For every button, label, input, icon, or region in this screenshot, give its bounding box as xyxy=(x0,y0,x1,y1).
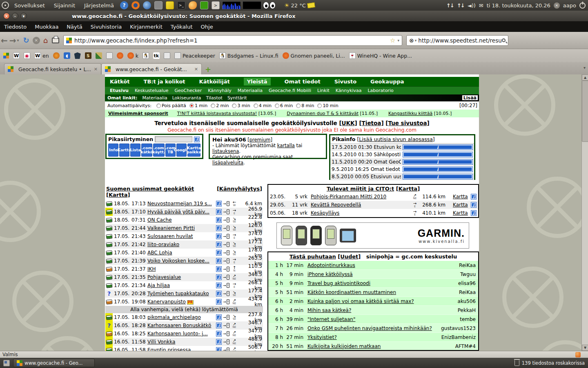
nav-main-sivusto[interactable]: Sivusto xyxy=(334,79,356,85)
forum-topic-link[interactable]: Onko GSM puhelinten navigaattoreista mih… xyxy=(307,325,432,331)
forum-topic-link[interactable]: Adoptointinurkkaus xyxy=(307,263,355,268)
nav-sub-materiaalia[interactable]: Materiaalia xyxy=(238,88,263,93)
quickjump-button-2[interactable]: Lista xyxy=(130,144,140,157)
own-link-tilastot[interactable]: Tilastot xyxy=(206,95,223,101)
menu-sijainnit[interactable]: Sijainnit xyxy=(50,0,79,11)
bookmark-star-icon[interactable]: ☆ xyxy=(390,37,395,44)
nav-main-k-tk-ilij-t[interactable]: Kätköilijät xyxy=(199,79,230,85)
system-monitor-graph2[interactable] xyxy=(243,1,261,9)
home-button[interactable]: ⌂ xyxy=(43,36,48,45)
garmin-ad-banner[interactable]: GARMIN. www.kivenalla.fi xyxy=(276,222,469,249)
bookmark-item-16[interactable]: 🐧Bsdgames – Linux.fi xyxy=(219,52,278,59)
task-label[interactable]: www.geocache.fi - Geo... xyxy=(24,360,82,366)
tue-sivustoa-link[interactable]: [Tue sivustoa] xyxy=(385,120,429,126)
nav-main-k-tk-t[interactable]: Kätköt xyxy=(110,79,130,85)
quickjump-button-1[interactable]: Kartta xyxy=(119,144,129,157)
phone-alert-icon[interactable]: → xyxy=(223,291,229,296)
ubuntu-logo-icon[interactable] xyxy=(2,2,9,9)
tietoa-link[interactable]: [Tietoa] xyxy=(359,120,383,126)
cache-name-link[interactable]: Hyvää päivää yötä päiv... xyxy=(147,209,209,215)
own-link-materiaalia[interactable]: Materiaalia xyxy=(142,95,167,101)
menubar-item-6[interactable]: Ohje xyxy=(197,24,217,30)
kartalla-link[interactable]: kartalla xyxy=(277,143,295,148)
ukk-link[interactable]: [UKK] xyxy=(339,120,357,126)
cache-name-link[interactable]: Aja hiljaa xyxy=(147,283,170,288)
info-icon[interactable]: i xyxy=(216,347,222,351)
nav-sub-geocache-fi-mobiili[interactable]: Geocache.fi Mobiili xyxy=(269,88,311,93)
info-icon[interactable]: i xyxy=(216,299,222,305)
url-text[interactable]: http://www.geocache.fi/index.php?refresh… xyxy=(74,37,197,44)
bookmark-item-12[interactable]: 🐧 xyxy=(143,52,149,59)
meetings-kartta-link[interactable]: [Kartta] xyxy=(396,186,420,192)
autoupdate-radio-4[interactable] xyxy=(254,103,258,108)
nav-sub-k-nnyh-ly[interactable]: Kännyhäly xyxy=(208,88,232,93)
bookmark-item-18[interactable]: 🍷WineHQ - Wine App... xyxy=(349,52,412,59)
window-maximize-button[interactable]: ▾ xyxy=(20,13,27,19)
bookmark-item-1[interactable]: W xyxy=(13,52,20,59)
forum-topic-link[interactable]: iPhone kätköilyssä xyxy=(307,272,353,277)
cache-name-link[interactable]: Työmiehen tupakkatauko xyxy=(147,291,209,296)
phone-alert-icon[interactable]: → xyxy=(223,218,229,222)
phone-alert-icon[interactable]: → xyxy=(223,348,229,351)
phone-alert-icon[interactable]: → xyxy=(223,315,229,320)
page-scrollbar[interactable]: ▲ ▼ xyxy=(581,74,588,351)
forum-uudet-link[interactable]: [Uudet] xyxy=(338,254,361,260)
newest-title-link[interactable]: Suomen uusimmat geokätköt xyxy=(106,186,194,192)
stop-button[interactable]: × xyxy=(33,37,40,44)
quickjump-button-6[interactable]: Google xyxy=(176,144,187,157)
info-icon[interactable]: i xyxy=(471,202,477,208)
network-monitor2-icon[interactable]: ↑↓ xyxy=(457,2,464,9)
cache-name-link[interactable]: Villi Vonkka xyxy=(147,339,175,345)
cache-name-link[interactable]: ON Cache xyxy=(147,217,172,223)
forum-topic-link[interactable]: "Internet suljetaan" xyxy=(307,316,355,322)
phone-alert-icon[interactable]: → xyxy=(223,226,229,231)
cache-name-link[interactable]: Sulosaaren huvilat xyxy=(147,233,193,239)
bookmark-item-2[interactable]: ◉ xyxy=(24,52,30,59)
cache-name-link[interactable]: Voiko Voikosken koskee... xyxy=(147,258,209,264)
bookmark-item-10[interactable] xyxy=(117,52,123,59)
bookmark-item-5[interactable]: ◖ xyxy=(64,52,70,59)
forum-topic-link[interactable]: Kuinka paljon voi omaa kätköä siirtää ma… xyxy=(307,298,414,304)
list-tabs-icon[interactable]: ▾ xyxy=(584,65,586,70)
quickjump-button-3[interactable]: .com kätkö xyxy=(141,144,152,157)
lisaa-button[interactable]: Lisää xyxy=(462,95,478,101)
power-icon[interactable] xyxy=(579,2,586,9)
meeting-name-link[interactable]: Kevättä Repovedellä xyxy=(311,202,361,208)
forum-title-link[interactable]: Tästä puhutaan xyxy=(290,254,336,260)
info-icon[interactable]: i xyxy=(403,159,473,165)
phone-alert-icon[interactable]: → xyxy=(223,209,229,214)
nav-sub-k-nnykivaa[interactable]: Kännykivaa xyxy=(336,88,362,93)
firefox-launcher-icon[interactable] xyxy=(131,1,140,9)
autoupdate-radio-3[interactable] xyxy=(232,103,236,108)
newest-kartta-link[interactable]: [Kartta] xyxy=(106,192,130,198)
phone-alert-icon[interactable]: → xyxy=(223,234,229,239)
cache-name-link[interactable]: Valkeaniemen Pirtti xyxy=(147,225,195,231)
bookmark-item-6[interactable] xyxy=(74,52,81,59)
cache-name-link[interactable]: Neuvostoarmeijan 319 s... xyxy=(147,201,212,206)
own-link-synttärit[interactable]: Synttärit xyxy=(227,95,247,101)
autoupdate-radio-0[interactable] xyxy=(156,103,161,108)
nav-main-omat-tiedot[interactable]: Omat tiedot xyxy=(285,79,321,85)
window-minimize-button[interactable]: – xyxy=(12,13,18,19)
scroll-up-icon[interactable]: ▲ xyxy=(582,74,588,81)
help-icon[interactable]: ? xyxy=(120,1,128,9)
cache-name-link[interactable]: Kanervanpuisto xyxy=(147,299,186,305)
menubar-item-2[interactable]: Näytä xyxy=(62,24,86,30)
info-icon[interactable]: i xyxy=(403,152,473,157)
meeting-kartta-link[interactable]: Kartta xyxy=(453,202,468,208)
fish-applet-icon[interactable] xyxy=(189,1,197,9)
nav-main-tb-t-ja-kolikot[interactable]: TB:t ja kolikot xyxy=(144,79,185,85)
menubar-item-3[interactable]: Sivuhistoria xyxy=(87,24,126,30)
info-icon[interactable]: i xyxy=(216,201,222,206)
menu-jarjestelma[interactable]: Järjestelmä xyxy=(80,0,118,11)
info-icon[interactable]: i xyxy=(216,258,222,264)
sponsor-link-1[interactable]: Dynaaminen duo T & S kiittävät xyxy=(287,111,359,116)
menubar-item-0[interactable]: Tiedosto xyxy=(0,24,31,30)
forward-button[interactable]: → xyxy=(9,36,16,45)
cache-name-link[interactable]: pikomala_archipelago xyxy=(147,314,201,320)
info-icon[interactable]: i xyxy=(403,144,473,150)
trash-label[interactable]: 139 tiedostoa roskakorissa xyxy=(522,360,585,366)
nav-sub-linkit[interactable]: Linkit xyxy=(317,88,330,93)
info-icon[interactable]: i xyxy=(403,174,473,180)
nav-sub-geochecker[interactable]: GeoChecker xyxy=(174,88,202,93)
